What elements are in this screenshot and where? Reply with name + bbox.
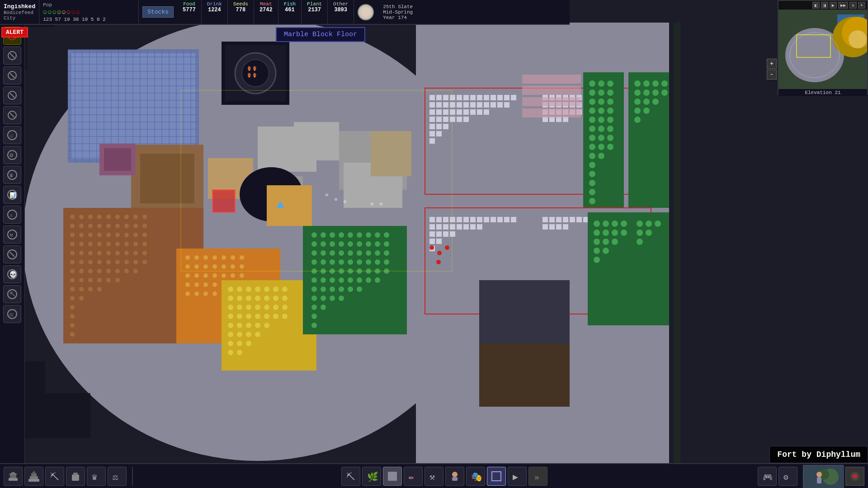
minimap[interactable]: ◧ ◨ ▶ ▶▶ ✕ + Elevation 21 [778, 0, 868, 95]
minimap-btn-view1[interactable]: ◧ [812, 2, 820, 9]
plant-label: Plant [307, 1, 322, 7]
center-btn-dwarf[interactable] [445, 467, 464, 486]
sidebar-icon-no-4[interactable] [3, 106, 21, 124]
minimap-btn-plus[interactable]: + [858, 2, 865, 9]
center-btn-eraser[interactable]: ✏ [404, 467, 423, 486]
svg-text:♛: ♛ [9, 172, 13, 179]
sidebar-icon-no-10[interactable]: ⚒ [3, 225, 21, 244]
minimap-btn-ff[interactable]: ▶▶ [838, 2, 848, 9]
bottom-btn-mining[interactable]: ⛏ [45, 467, 64, 486]
center-btn-expand[interactable]: » [528, 467, 547, 486]
right-btn-gamepad[interactable]: 🎮 [758, 467, 777, 486]
svg-line-504 [10, 73, 14, 78]
fortress-type: City [4, 15, 35, 21]
svg-rect-558 [817, 477, 821, 483]
left-sidebar: ☺ ⚙ ♛ 📊 ⚔ ⚒ [0, 25, 25, 463]
bottom-btn-build[interactable] [4, 467, 23, 486]
pop-ok-2: ☺ [62, 9, 66, 16]
sidebar-icon-no-8[interactable]: 📊 [3, 186, 21, 204]
fish-stat: Fish 461 [278, 0, 302, 24]
svg-text:⛏: ⛏ [346, 472, 355, 483]
bottom-btn-justice[interactable]: ⚖ [108, 467, 127, 486]
zoom-in-button[interactable]: + [767, 59, 777, 69]
seeds-label: Seeds [233, 1, 248, 7]
stocks-button[interactable]: Stocks [142, 6, 174, 18]
zoom-out-button[interactable]: - [767, 70, 777, 80]
bottom-btn-nobles[interactable]: ♛ [87, 467, 106, 486]
sidebar-icon-no-6[interactable]: ⚙ [3, 146, 21, 164]
meat-stat: Meat 2742 [254, 0, 278, 24]
center-btn-hammer[interactable]: ⚒ [425, 467, 443, 486]
drink-label: Drink [207, 1, 222, 7]
center-btn-nature[interactable]: 🌿 [362, 467, 381, 486]
sidebar-icon-no-3[interactable] [3, 86, 21, 104]
meat-val: 2742 [259, 7, 273, 13]
svg-text:⚖: ⚖ [113, 472, 118, 483]
svg-text:»: » [534, 473, 539, 482]
date-line3: Year 174 [383, 15, 413, 20]
other-stat: Other 3893 [328, 0, 354, 24]
sidebar-icon-scales[interactable]: ⚖ [3, 305, 21, 323]
bottom-btn-fortress[interactable] [24, 467, 43, 486]
sidebar-icon-no-2[interactable] [3, 66, 21, 84]
center-btn-mask[interactable]: 🎭 [466, 467, 485, 486]
svg-line-502 [10, 53, 14, 58]
sidebar-icon-mining[interactable]: ⛏ [3, 285, 21, 303]
minimap-btn-pause[interactable]: ✕ [849, 2, 857, 9]
minimap-btn-view2[interactable]: ◨ [821, 2, 828, 9]
pop-happy-3: ☺ [52, 9, 56, 16]
minimap-map[interactable] [778, 10, 867, 89]
svg-text:⛏: ⛏ [50, 472, 59, 483]
sidebar-icon-no-9[interactable]: ⚔ [3, 206, 21, 224]
seeds-stat: Seeds 778 [228, 0, 254, 24]
sidebar-icon-no-11[interactable] [3, 245, 21, 263]
svg-text:⛏: ⛏ [9, 291, 15, 298]
food-label: Food [183, 1, 195, 7]
pop-happy-1: ☺ [43, 9, 47, 16]
svg-text:🎭: 🎭 [471, 471, 482, 483]
other-val: 3893 [334, 7, 347, 13]
svg-marker-535 [31, 471, 37, 474]
fortress-name: Ingishked [4, 3, 35, 10]
alert-badge[interactable]: ALERT [1, 27, 28, 38]
right-btn-settings[interactable]: ⚙ [778, 467, 797, 486]
pop-missing: ☺ [76, 9, 80, 16]
drink-val: 1224 [208, 7, 221, 13]
svg-text:⚙: ⚙ [783, 473, 788, 482]
fish-label: Fish [284, 1, 296, 7]
plant-stat: Plant 2137 [302, 0, 328, 24]
center-btn-dig[interactable]: ⛏ [341, 467, 360, 486]
svg-point-496 [849, 30, 867, 48]
svg-point-546 [452, 472, 458, 477]
bottom-toolbar: ⛏ ♛ ⚖ ⛏ 🌿 ✏ ⚒ � [0, 463, 868, 488]
action-button-right[interactable] [845, 467, 864, 486]
bottom-btn-stocks-bottom[interactable] [66, 467, 85, 486]
sidebar-icon-no-5[interactable]: ☺ [3, 126, 21, 144]
other-label: Other [333, 1, 348, 7]
center-btn-stone[interactable] [383, 467, 402, 486]
date-line1: 25th Slate [383, 4, 413, 9]
svg-rect-533 [30, 476, 38, 479]
center-btn-dark[interactable] [487, 467, 506, 486]
game-map[interactable]: 🏺🏺 🏺🏺 [0, 0, 868, 488]
svg-text:☺: ☺ [10, 133, 13, 139]
fort-attribution: Fort by Diphyllum [769, 446, 868, 463]
sidebar-icon-no-1[interactable] [3, 47, 21, 65]
fort-text: Fort by Diphyllum [777, 450, 860, 459]
pop-happy-2: ☺ [48, 9, 52, 16]
pop-ok-1: ☺ [57, 9, 61, 16]
bottom-right-section: 🎮 ⚙ [754, 463, 868, 488]
date-section: 25th Slate Mid-Spring Year 174 [377, 0, 418, 24]
svg-text:⚔: ⚔ [9, 212, 13, 219]
svg-line-522 [10, 252, 14, 257]
sidebar-icon-no-7[interactable]: ♛ [3, 166, 21, 184]
svg-text:♛: ♛ [92, 472, 97, 483]
minimap-btn-play[interactable]: ▶ [830, 2, 837, 9]
sidebar-icon-skull[interactable]: 💀 [3, 265, 21, 283]
svg-text:⚒: ⚒ [9, 232, 13, 239]
svg-marker-531 [9, 472, 18, 474]
camera-preview [803, 465, 844, 488]
svg-rect-538 [73, 473, 78, 475]
svg-rect-537 [72, 474, 79, 481]
center-btn-next[interactable]: ▶ [508, 467, 527, 486]
